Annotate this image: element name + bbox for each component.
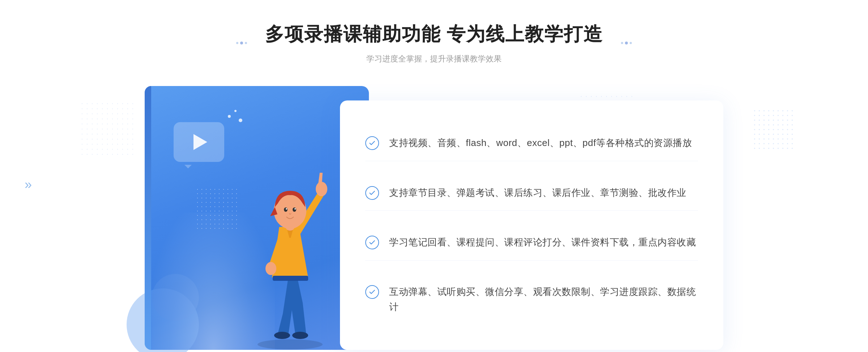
svg-point-8 [293, 207, 296, 212]
header-dots-right [621, 42, 632, 44]
page-wrapper: » 多项录播课辅助功能 专为线上教学打造 学习进度全掌握，提升录播课教学效果 [0, 0, 868, 352]
features-panel: 支持视频、音频、flash、word、excel、ppt、pdf等各种格式的资源… [340, 100, 723, 350]
chevron-left-deco: » [25, 177, 32, 192]
play-bubble [174, 122, 224, 162]
feature-text-1: 支持视频、音频、flash、word、excel、ppt、pdf等各种格式的资源… [389, 136, 692, 151]
svg-point-7 [284, 207, 288, 212]
svg-point-4 [265, 262, 276, 275]
dot-overlay [195, 187, 239, 231]
figure-container [218, 140, 348, 350]
feature-text-3: 学习笔记回看、课程提问、课程评论打分、课件资料下载，重点内容收藏 [389, 235, 696, 250]
main-title: 多项录播课辅助功能 专为线上教学打造 [265, 22, 603, 47]
feature-text-2: 支持章节目录、弹题考试、课后练习、课后作业、章节测验、批改作业 [389, 185, 686, 201]
check-icon-2 [365, 186, 379, 200]
svg-point-9 [286, 208, 287, 210]
play-icon [193, 134, 207, 150]
dot-pattern-right-bg [752, 108, 796, 152]
feature-item-2: 支持章节目录、弹题考试、课后练习、课后作业、章节测验、批改作业 [365, 175, 698, 211]
header-section: 多项录播课辅助功能 专为线上教学打造 学习进度全掌握，提升录播课教学效果 [265, 22, 603, 64]
header-dots-left [236, 42, 247, 44]
check-icon-1 [365, 136, 379, 150]
feature-item-1: 支持视频、音频、flash、word、excel、ppt、pdf等各种格式的资源… [365, 125, 698, 161]
check-icon-4 [365, 285, 379, 299]
svg-point-3 [316, 182, 327, 196]
svg-point-2 [292, 332, 308, 339]
feature-item-4: 互动弹幕、试听购买、微信分享、观看次数限制、学习进度跟踪、数据统计 [365, 274, 698, 325]
check-icon-3 [365, 236, 379, 249]
sub-title: 学习进度全掌握，提升录播课教学效果 [265, 53, 603, 64]
svg-point-10 [294, 208, 296, 210]
illustration-panel [145, 86, 369, 350]
person-illustration [236, 144, 344, 350]
svg-point-1 [274, 332, 290, 339]
feature-text-4: 互动弹幕、试听购买、微信分享、观看次数限制、学习进度跟踪、数据统计 [389, 284, 698, 314]
dot-pattern-left [80, 101, 137, 159]
left-bar [145, 86, 151, 350]
svg-rect-11 [273, 276, 308, 281]
feature-item-3: 学习笔记回看、课程提问、课程评论打分、课件资料下载，重点内容收藏 [365, 225, 698, 261]
content-area: 支持视频、音频、flash、word、excel、ppt、pdf等各种格式的资源… [145, 86, 723, 350]
svg-point-0 [258, 339, 323, 349]
